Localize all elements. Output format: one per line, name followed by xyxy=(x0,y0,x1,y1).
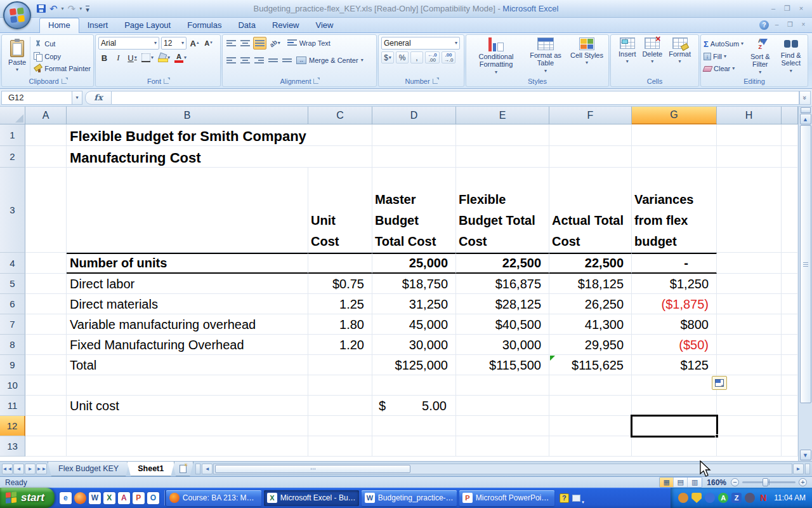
borders-button[interactable]: ▾ xyxy=(140,51,155,64)
cell-E10[interactable] xyxy=(456,375,549,396)
column-header-B[interactable]: B xyxy=(67,107,308,124)
cell-G7[interactable]: $800 xyxy=(632,314,717,335)
cell-A2[interactable] xyxy=(25,146,67,168)
cell-G1[interactable] xyxy=(632,124,717,146)
cell-C10[interactable] xyxy=(308,375,372,396)
cell-D2[interactable] xyxy=(372,146,456,168)
sheet-tab-sheet1[interactable]: Sheet1 xyxy=(127,462,174,476)
row-header-8[interactable]: 8 xyxy=(0,335,25,355)
font-size-select[interactable]: 12▾ xyxy=(161,37,187,50)
column-header-E[interactable]: E xyxy=(456,107,549,124)
cell-B11[interactable]: Unit cost xyxy=(67,396,308,416)
undo-caret-icon[interactable]: ▾ xyxy=(62,6,64,11)
cell-C13[interactable] xyxy=(308,436,372,457)
cell-B9[interactable]: Total xyxy=(67,355,308,375)
row-header-10[interactable]: 10 xyxy=(0,375,25,396)
alignment-dialog-launcher-icon[interactable] xyxy=(313,79,318,84)
insert-worksheet-tab[interactable] xyxy=(172,462,193,476)
cell-D6[interactable]: 31,250 xyxy=(372,294,456,314)
cell-A11[interactable] xyxy=(25,396,67,416)
cell-D12[interactable] xyxy=(372,416,456,436)
cell-A3[interactable] xyxy=(25,168,67,253)
cell-A12[interactable] xyxy=(25,416,67,436)
zoom-out-button[interactable]: − xyxy=(731,478,739,486)
column-header-G[interactable]: G xyxy=(632,107,717,124)
number-format-select[interactable]: General▾ xyxy=(381,37,460,50)
cell-H4[interactable] xyxy=(717,253,782,274)
fill-color-button[interactable]: ▾ xyxy=(157,51,171,64)
align-center-button[interactable] xyxy=(239,54,251,67)
cell-G3[interactable]: Variances from flex budget xyxy=(632,168,717,253)
taskbar-button-powerpoint[interactable]: PMicrosoft PowerPoint ... xyxy=(459,490,554,506)
horizontal-scrollbar[interactable]: ◄ ► xyxy=(193,462,812,476)
cell-E8[interactable]: 30,000 xyxy=(456,335,549,355)
cell-A7[interactable] xyxy=(25,314,67,335)
minimize-button[interactable]: – xyxy=(768,4,779,13)
cell-E2[interactable] xyxy=(456,146,549,168)
page-break-view-button[interactable]: ▥ xyxy=(688,478,702,487)
tab-split-handle[interactable] xyxy=(195,464,200,474)
zoom-in-button[interactable]: + xyxy=(799,478,807,486)
cell-G4[interactable]: - xyxy=(632,253,717,274)
cell-D1[interactable] xyxy=(372,124,456,146)
cell-B6[interactable]: Direct materials xyxy=(67,294,308,314)
increase-indent-button[interactable] xyxy=(281,54,293,67)
cell-B7[interactable]: Variable manufacturing overhead xyxy=(67,314,308,335)
cell-D11[interactable]: $5.00 xyxy=(372,396,456,416)
cell-E6[interactable]: $28,125 xyxy=(456,294,549,314)
conditional-formatting-button[interactable]: Conditional Formatting▾ xyxy=(470,37,522,76)
orientation-button[interactable]: ab▾ xyxy=(268,37,282,50)
cell-E1[interactable] xyxy=(456,124,549,146)
undo-icon[interactable]: ↶ xyxy=(49,4,58,13)
bold-button[interactable]: B xyxy=(98,51,110,64)
cell-G13[interactable] xyxy=(632,436,717,457)
cell-B3[interactable] xyxy=(67,168,308,253)
h-scroll-thumb[interactable] xyxy=(215,465,410,473)
cell-C1[interactable] xyxy=(308,124,372,146)
row-header-5[interactable]: 5 xyxy=(0,274,25,294)
powerpoint-icon[interactable]: P xyxy=(133,492,145,504)
wrap-text-button[interactable]: Wrap Text xyxy=(287,38,331,49)
excel-icon[interactable]: X xyxy=(103,492,115,504)
office-button[interactable] xyxy=(3,1,31,29)
decrease-decimal-button[interactable]: .00→.0 xyxy=(442,51,456,64)
cell-H12[interactable] xyxy=(717,416,782,436)
tab-page-layout[interactable]: Page Layout xyxy=(116,18,179,32)
name-box[interactable]: G12 xyxy=(1,91,72,105)
taskbar-button-excel[interactable]: XMicrosoft Excel - Bud... xyxy=(264,490,359,506)
cell-H13[interactable] xyxy=(717,436,782,457)
cell-H1[interactable] xyxy=(717,124,782,146)
workbook-minimize-button[interactable]: – xyxy=(771,21,782,29)
cell-D5[interactable]: $18,750 xyxy=(372,274,456,294)
cell-B13[interactable] xyxy=(67,436,308,457)
cell-stub5[interactable] xyxy=(782,274,798,294)
cell-B1[interactable]: Flexible Budget for Smith Company xyxy=(67,124,308,146)
cell-C4[interactable] xyxy=(308,253,372,274)
percent-style-button[interactable]: % xyxy=(396,51,409,64)
cell-G6[interactable]: ($1,875) xyxy=(632,294,717,314)
cell-F9[interactable]: $115,625 xyxy=(549,355,632,375)
cell-G2[interactable] xyxy=(632,146,717,168)
cell-D4[interactable]: 25,000 xyxy=(372,253,456,274)
cell-A1[interactable] xyxy=(25,124,67,146)
vertical-scrollbar[interactable]: ▲ ▼ xyxy=(798,107,812,461)
close-button[interactable]: × xyxy=(796,4,807,13)
cell-stub6[interactable] xyxy=(782,294,798,314)
cut-button[interactable]: Cut xyxy=(34,39,91,50)
cell-C11[interactable] xyxy=(308,396,372,416)
antivirus-shield-icon[interactable] xyxy=(691,493,702,503)
cell-stub7[interactable] xyxy=(782,314,798,335)
cell-E13[interactable] xyxy=(456,436,549,457)
row-header-13[interactable]: 13 xyxy=(0,436,25,457)
cell-C3[interactable]: Unit Cost xyxy=(308,168,372,253)
firefox-icon[interactable] xyxy=(74,492,86,504)
font-color-button[interactable]: A▾ xyxy=(173,51,188,64)
tab-formulas[interactable]: Formulas xyxy=(179,18,230,32)
hidden-icons-expander-icon[interactable] xyxy=(572,495,580,502)
cell-C9[interactable] xyxy=(308,355,372,375)
row-header-11[interactable]: 11 xyxy=(0,396,25,416)
taskbar-button-word[interactable]: WBudgeting_practice-fl... xyxy=(362,490,457,506)
cell-D7[interactable]: 45,000 xyxy=(372,314,456,335)
redo-icon[interactable]: ↷ xyxy=(68,4,76,13)
outlook-icon[interactable]: O xyxy=(147,492,159,504)
